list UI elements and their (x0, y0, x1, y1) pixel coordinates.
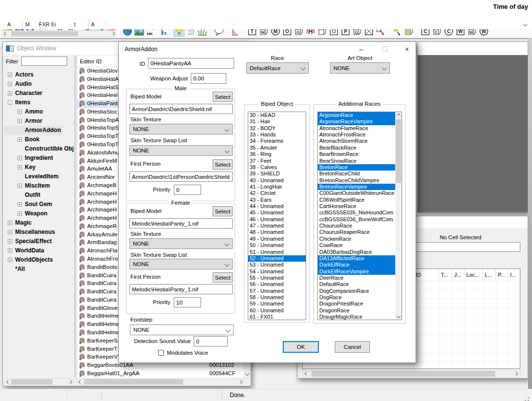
cell-column-header[interactable]: T... (439, 269, 452, 281)
render-viewport[interactable] (418, 55, 528, 212)
biped-object-item[interactable]: 42 - Circlet (248, 190, 306, 196)
race-item[interactable]: BearSnowRace (318, 158, 396, 164)
tree-item-character[interactable]: +Character (4, 89, 74, 98)
tree-item-specialeffect[interactable]: +SpecialEffect (4, 237, 74, 246)
female-first-person-select-button[interactable]: Select (213, 272, 233, 283)
race-item[interactable]: DraugrMagicRace (318, 314, 396, 320)
tree-item-leveleditem[interactable]: LeveledItem (4, 172, 74, 181)
race-item[interactable]: ChaurusReaperRace (318, 229, 396, 235)
race-item[interactable]: C00GiantOutsideWhiterunRace (318, 190, 396, 196)
race-item[interactable]: BretonRaceVampire (318, 184, 396, 190)
biped-object-item[interactable]: 51 - Unnamed (248, 249, 306, 255)
race-item[interactable]: ChaurusRace (318, 223, 396, 229)
biped-object-item[interactable]: 47 - Unnamed (248, 223, 306, 229)
tree-item-ingredient[interactable]: +Ingredient (4, 153, 74, 163)
race-item[interactable]: ArgonianRace (318, 112, 396, 118)
cell-column-header[interactable]: Loc... (464, 269, 483, 281)
biped-object-item[interactable]: 52 - Unnamed (248, 255, 306, 262)
race-dropdown[interactable]: DefaultRace (246, 62, 309, 74)
expand-icon[interactable]: + (8, 82, 12, 86)
resize-grip[interactable] (528, 397, 529, 399)
biped-object-item[interactable]: 36 - Ring (248, 151, 306, 157)
cell-view-hscrollbar[interactable] (302, 370, 520, 378)
expand-icon[interactable]: + (18, 110, 22, 114)
race-item[interactable]: ccBGSSSE036_BoneWolfCom (318, 216, 396, 223)
biped-object-item[interactable]: 37 - Feet (248, 158, 306, 164)
male-biped-model-select-button[interactable]: Select (213, 92, 233, 102)
panel-splitter[interactable] (74, 56, 75, 377)
race-item[interactable]: BretonRaceChild (318, 171, 396, 177)
race-item[interactable]: CartHorseRace (318, 203, 396, 210)
race-item[interactable]: BearBlackRace (318, 145, 396, 151)
biped-object-item[interactable]: 34 - Forearms (248, 138, 306, 144)
tree-item-audio[interactable]: +Audio (4, 79, 74, 89)
tree-item-outfit[interactable]: Outfit (4, 191, 74, 200)
tree-item-armor[interactable]: +Armor (4, 116, 74, 126)
dialog-maximize-button[interactable] (378, 44, 391, 54)
biped-object-item[interactable]: 57 - Unnamed (248, 288, 306, 294)
expand-icon[interactable]: + (18, 119, 22, 123)
race-item[interactable]: DogRace (318, 294, 396, 301)
expand-icon[interactable]: + (8, 91, 12, 95)
male-first-person-select-button[interactable]: Select (213, 159, 233, 170)
biped-object-item[interactable]: 59 - Unnamed (248, 301, 306, 307)
tree-item-actors[interactable]: +Actors (4, 70, 74, 79)
female-biped-model-select-button[interactable]: Select (213, 206, 233, 216)
biped-object-item[interactable]: 58 - Unnamed (248, 294, 306, 301)
expand-icon[interactable]: + (8, 239, 12, 244)
biped-object-item[interactable]: 49 - Unnamed (248, 236, 306, 242)
biped-object-item[interactable]: 31 - Hair (248, 118, 306, 125)
race-item[interactable]: DeerRace (318, 275, 396, 281)
expand-icon[interactable]: + (18, 137, 22, 142)
tree-item-worldobjects[interactable]: +WorldObjects (4, 255, 74, 265)
biped-object-item[interactable]: 53 - Unnamed (248, 262, 306, 268)
female-biped-model-input[interactable] (129, 218, 233, 229)
cell-column-header[interactable]: J... (452, 269, 464, 281)
tree-hscrollbar[interactable] (4, 378, 73, 385)
male-biped-model-input[interactable] (129, 104, 233, 114)
race-item[interactable]: AtronachFlameRace (318, 125, 396, 132)
race-item[interactable]: DragonRace (318, 307, 396, 314)
race-item[interactable]: BretonRaceChildVampire (318, 177, 396, 184)
dialog-minimize-button[interactable]: – (354, 44, 368, 54)
biped-object-item[interactable]: 43 - Ears (248, 197, 306, 203)
race-item[interactable]: DA13AfflictedRace (318, 255, 396, 262)
biped-object-item[interactable]: 48 - Unnamed (248, 229, 306, 235)
race-item[interactable]: C06WolfSpiritRace (318, 197, 396, 203)
race-item[interactable]: DarkElfRace (318, 262, 396, 268)
expand-icon[interactable]: + (18, 202, 22, 207)
biped-object-item[interactable]: 41 - LongHair (248, 184, 306, 190)
biped-object-item[interactable]: 54 - Unnamed (248, 268, 306, 275)
tree-item-weapon[interactable]: +Weapon (4, 209, 74, 218)
expand-icon[interactable]: + (8, 230, 12, 234)
race-item[interactable]: DarkElfRaceVampire (318, 268, 396, 275)
cell-column-header[interactable]: P... (496, 269, 508, 281)
male-priority-input[interactable] (174, 185, 201, 195)
expand-icon[interactable]: + (8, 73, 12, 77)
tree-item-worlddata[interactable]: +WorldData (4, 246, 74, 255)
expand-icon[interactable]: + (18, 156, 22, 160)
detection-sound-input[interactable] (194, 336, 228, 346)
biped-object-item[interactable]: 32 - BODY (248, 125, 306, 132)
ok-button[interactable]: OK (283, 341, 319, 353)
modulates-voice-checkbox[interactable] (158, 350, 164, 356)
male-skin-texture-dropdown[interactable]: NONE (129, 124, 233, 134)
tree-item-soul-gem[interactable]: +Soul Gem (4, 200, 74, 209)
collapse-icon[interactable]: - (8, 100, 12, 105)
tree-item-items[interactable]: -Items (4, 98, 74, 107)
biped-object-item[interactable]: 39 - SHIELD (248, 171, 306, 177)
biped-object-item[interactable]: 46 - Unnamed (248, 216, 306, 223)
editor-id-row[interactable]: BeggarHat01_ArgAA000544CF (77, 370, 245, 378)
cell-column-header[interactable]: L... (483, 269, 496, 281)
biped-object-item[interactable]: 33 - Hands (248, 132, 306, 138)
expand-icon[interactable]: + (8, 258, 12, 262)
female-first-person-input[interactable] (129, 284, 233, 294)
race-item[interactable]: DogCompanionRace (318, 288, 396, 294)
race-item[interactable]: BearBrownRace (318, 151, 396, 157)
race-item[interactable]: ccBGSSSE035_NixHoundCom (318, 210, 396, 216)
race-item[interactable]: DA03BarbasDogRace (318, 249, 396, 255)
dialog-close-button[interactable]: × (400, 44, 414, 54)
tree-item-miscellaneous[interactable]: +Miscellaneous (4, 228, 74, 237)
male-first-person-input[interactable] (129, 172, 233, 182)
female-priority-input[interactable] (174, 297, 201, 307)
